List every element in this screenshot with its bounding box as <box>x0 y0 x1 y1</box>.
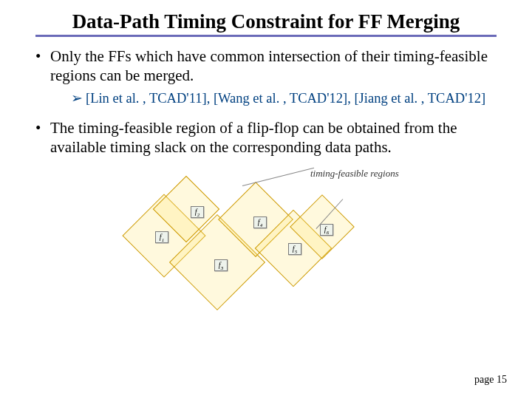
arrow-icon: ➢ <box>71 90 83 106</box>
callout-label: timing-feasible regions <box>310 168 399 180</box>
ff-box-f5: f5 <box>288 243 301 255</box>
ff-box-f6: f6 <box>320 224 333 236</box>
slide-title: Data-Path Timing Constraint for FF Mergi… <box>22 10 510 33</box>
bullet-1-text: Only the FFs which have common intersect… <box>50 47 488 84</box>
bullet-1: Only the FFs which have common intersect… <box>33 47 502 107</box>
figure-timing-regions: f1 f2 f3 f4 f5 f6 timing-feasible region… <box>111 163 421 311</box>
page-number: page 15 <box>474 374 507 386</box>
refs-text: [Lin et al. , TCAD'11], [Wang et al. , T… <box>86 91 485 106</box>
title-underline <box>35 35 497 37</box>
bullet-2: The timing-feasible region of a flip-flo… <box>33 119 502 157</box>
callout-line <box>242 167 314 185</box>
ff-box-f3: f3 <box>214 259 228 271</box>
ff-box-f4: f4 <box>253 216 267 228</box>
ff-box-f2: f2 <box>191 206 204 218</box>
bullet-2-text: The timing-feasible region of a flip-flo… <box>50 119 457 156</box>
sub-bullet-refs: ➢[Lin et al. , TCAD'11], [Wang et al. , … <box>71 89 502 107</box>
ff-box-f1: f1 <box>155 231 168 243</box>
